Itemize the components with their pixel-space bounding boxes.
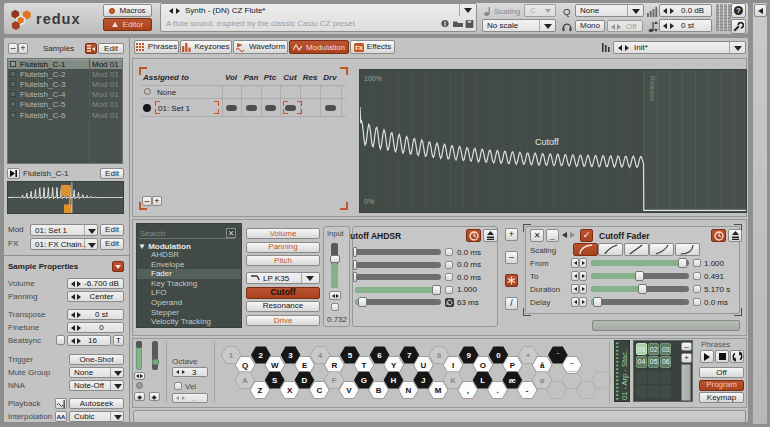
svg-text:H: H bbox=[391, 376, 397, 385]
svg-text:FX: FX bbox=[355, 45, 363, 51]
svg-text:W: W bbox=[271, 361, 279, 370]
svg-text:Q: Q bbox=[242, 361, 248, 370]
svg-text:01 - Arp - Stac..: 01 - Arp - Stac.. bbox=[620, 348, 629, 400]
svg-text:T: T bbox=[362, 361, 367, 370]
svg-text:8: 8 bbox=[437, 351, 441, 360]
svg-text:B: B bbox=[376, 386, 382, 395]
svg-text:Z: Z bbox=[257, 386, 262, 395]
svg-text:0: 0 bbox=[496, 351, 501, 360]
svg-text:1: 1 bbox=[229, 351, 233, 360]
svg-text:9: 9 bbox=[466, 351, 471, 360]
svg-text:L: L bbox=[480, 376, 485, 385]
svg-text:J: J bbox=[421, 376, 425, 385]
svg-text:R: R bbox=[331, 361, 337, 370]
svg-text:E: E bbox=[302, 361, 308, 370]
svg-text:7: 7 bbox=[407, 351, 412, 360]
svg-text:,: , bbox=[467, 386, 469, 395]
svg-text:å: å bbox=[540, 361, 545, 370]
svg-text:G: G bbox=[361, 376, 367, 385]
svg-text:K: K bbox=[450, 376, 456, 385]
svg-text:M: M bbox=[435, 386, 442, 395]
svg-text:´: ´ bbox=[556, 351, 559, 360]
svg-text:P: P bbox=[510, 361, 516, 370]
svg-text:A: A bbox=[242, 376, 248, 385]
svg-text:D: D bbox=[302, 376, 308, 385]
svg-text:F: F bbox=[332, 376, 337, 385]
svg-text:+: + bbox=[526, 351, 531, 360]
svg-text:V: V bbox=[346, 386, 352, 395]
svg-text:S: S bbox=[272, 376, 278, 385]
svg-text:Y: Y bbox=[391, 361, 397, 370]
svg-text:¨: ¨ bbox=[571, 361, 574, 370]
svg-text:-: - bbox=[526, 386, 529, 395]
svg-text:N: N bbox=[406, 386, 412, 395]
svg-text:C: C bbox=[316, 386, 322, 395]
svg-text:æ: æ bbox=[509, 376, 516, 385]
svg-text:X: X bbox=[287, 386, 293, 395]
svg-text:5: 5 bbox=[348, 351, 353, 360]
svg-text:I: I bbox=[452, 361, 454, 370]
svg-text:.: . bbox=[496, 386, 498, 395]
svg-text:i: i bbox=[444, 20, 446, 27]
svg-text:3: 3 bbox=[288, 351, 293, 360]
svg-text:O: O bbox=[480, 361, 486, 370]
svg-text:6: 6 bbox=[377, 351, 382, 360]
svg-text:2: 2 bbox=[259, 351, 264, 360]
svg-text:ø: ø bbox=[540, 376, 545, 385]
svg-text:U: U bbox=[421, 361, 427, 370]
